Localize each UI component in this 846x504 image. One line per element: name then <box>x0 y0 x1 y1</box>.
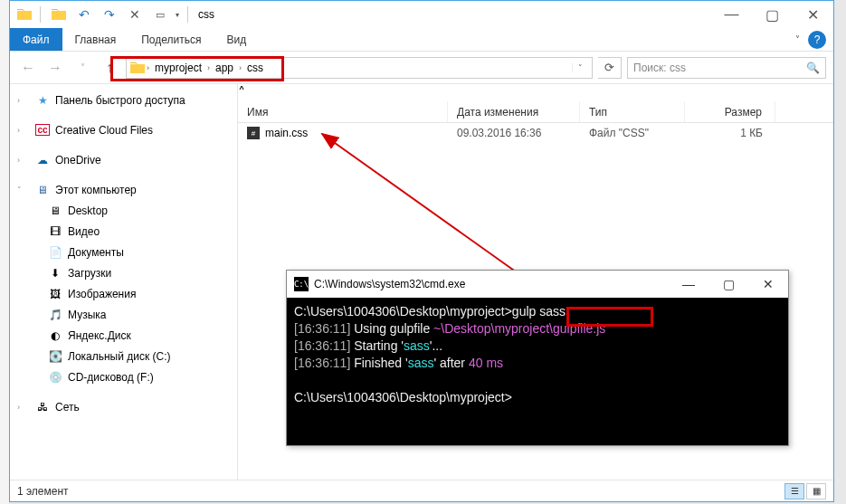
video-icon: 🎞 <box>48 224 62 239</box>
file-name: main.css <box>265 127 308 139</box>
breadcrumb[interactable]: app <box>212 62 237 74</box>
sidebar-item-network[interactable]: ›🖧Сеть <box>10 396 237 417</box>
cmd-titlebar: C:\ C:\Windows\system32\cmd.exe — ▢ ✕ <box>287 271 788 298</box>
sidebar-item-desktop[interactable]: 🖥Desktop <box>10 200 237 221</box>
tab-share[interactable]: Поделиться <box>128 28 214 51</box>
chevron-icon[interactable]: › <box>145 63 151 72</box>
css-file-icon: # <box>247 127 260 139</box>
desktop-icon: 🖥 <box>48 204 62 218</box>
cd-icon: 💿 <box>48 370 62 385</box>
status-bar: 1 элемент ☰ ▦ <box>10 480 833 501</box>
column-date[interactable]: Дата изменения <box>448 101 580 122</box>
music-icon: 🎵 <box>48 308 62 322</box>
tab-home[interactable]: Главная <box>62 28 129 51</box>
sort-indicator-icon: ˄ <box>238 85 245 100</box>
file-type: Файл "CSS" <box>580 127 685 139</box>
cmd-minimize-button[interactable]: — <box>669 271 708 298</box>
search-input[interactable]: Поиск: css 🔍 <box>627 57 826 79</box>
window-title: css <box>198 8 214 21</box>
app-icon <box>17 7 32 22</box>
sidebar-item-cd-drive-f[interactable]: 💿CD-дисковод (F:) <box>10 366 237 387</box>
qat-undo-icon[interactable]: ↶ <box>74 5 94 24</box>
address-row: ← → ˅ ↑ › myproject › app › css ˅ ⟳ Поис… <box>10 52 833 84</box>
drive-icon: 💽 <box>48 349 62 364</box>
sidebar-item-this-pc[interactable]: ˅🖥Этот компьютер <box>10 179 237 200</box>
pictures-icon: 🖼 <box>48 287 62 301</box>
nav-back-button[interactable]: ← <box>17 57 39 79</box>
sidebar-item-quick-access[interactable]: ›★Панель быстрого доступа <box>10 90 237 110</box>
qat-delete-icon[interactable]: ✕ <box>125 5 145 24</box>
nav-up-button[interactable]: ↑ <box>99 57 120 79</box>
qat-redo-icon[interactable]: ↷ <box>100 5 119 24</box>
column-type[interactable]: Тип <box>580 101 685 122</box>
onedrive-icon: ☁ <box>35 153 50 167</box>
view-details-button[interactable]: ☰ <box>784 483 804 499</box>
star-icon: ★ <box>35 93 50 108</box>
qat-properties-icon[interactable] <box>49 5 69 24</box>
sidebar-item-videos[interactable]: 🎞Видео <box>10 221 237 242</box>
file-size: 1 КБ <box>685 127 775 139</box>
maximize-button[interactable]: ▢ <box>752 1 793 28</box>
cmd-output[interactable]: C:\Users\1004306\Desktop\myproject>gulp … <box>287 298 788 445</box>
status-item-count: 1 элемент <box>17 485 69 498</box>
yandex-icon: ◐ <box>48 328 62 343</box>
sidebar-item-local-disk-c[interactable]: 💽Локальный диск (C:) <box>10 346 237 366</box>
column-headers: Имя Дата изменения Тип Размер <box>238 101 833 123</box>
navigation-pane[interactable]: ›★Панель быстрого доступа ›ccCreative Cl… <box>10 84 238 480</box>
search-placeholder: Поиск: css <box>633 62 686 74</box>
minimize-button[interactable]: — <box>711 1 752 28</box>
titlebar: ↶ ↷ ✕ ▭ ▾ css — ▢ ✕ <box>10 1 833 28</box>
cmd-window: C:\ C:\Windows\system32\cmd.exe — ▢ ✕ C:… <box>286 270 789 446</box>
nav-recent-button[interactable]: ˅ <box>71 57 93 79</box>
breadcrumb[interactable]: myproject <box>151 62 205 74</box>
sidebar-item-documents[interactable]: 📄Документы <box>10 242 237 262</box>
sidebar-item-creative-cloud[interactable]: ›ccCreative Cloud Files <box>10 119 237 140</box>
chevron-icon[interactable]: › <box>237 63 243 72</box>
breadcrumb[interactable]: css <box>243 62 267 74</box>
cmd-close-button[interactable]: ✕ <box>748 271 788 298</box>
tab-file[interactable]: Файл <box>10 28 62 51</box>
cmd-maximize-button[interactable]: ▢ <box>708 271 748 298</box>
chevron-icon[interactable]: › <box>205 63 212 72</box>
ribbon: Файл Главная Поделиться Вид ˅ ? <box>10 28 833 52</box>
pc-icon: 🖥 <box>35 183 50 197</box>
documents-icon: 📄 <box>48 245 62 260</box>
sidebar-item-music[interactable]: 🎵Музыка <box>10 304 237 325</box>
search-icon[interactable]: 🔍 <box>806 62 820 74</box>
tab-view[interactable]: Вид <box>214 28 259 51</box>
ribbon-expand-icon[interactable]: ˅ <box>786 28 808 51</box>
downloads-icon: ⬇ <box>48 266 62 281</box>
address-folder-icon <box>130 61 145 75</box>
view-icons-button[interactable]: ▦ <box>806 483 826 499</box>
column-name[interactable]: Имя <box>238 101 448 122</box>
file-row[interactable]: #main.css 09.03.2016 16:36 Файл "CSS" 1 … <box>238 123 833 143</box>
address-dropdown-icon[interactable]: ˅ <box>572 63 588 72</box>
network-icon: 🖧 <box>35 400 50 414</box>
sidebar-item-downloads[interactable]: ⬇Загрузки <box>10 262 237 283</box>
nav-forward-button[interactable]: → <box>44 57 66 79</box>
column-size[interactable]: Размер <box>685 101 775 122</box>
sidebar-item-onedrive[interactable]: ›☁OneDrive <box>10 149 237 170</box>
qat-rename-icon[interactable]: ▭ <box>150 5 170 24</box>
cc-icon: cc <box>35 123 50 138</box>
close-button[interactable]: ✕ <box>793 1 833 28</box>
cmd-title: C:\Windows\system32\cmd.exe <box>314 278 465 290</box>
cmd-icon: C:\ <box>294 277 309 291</box>
address-bar[interactable]: › myproject › app › css ˅ <box>126 57 593 79</box>
file-date: 09.03.2016 16:36 <box>448 127 580 139</box>
qat-dropdown-icon[interactable]: ▾ <box>176 11 179 19</box>
help-button[interactable]: ? <box>808 31 826 49</box>
sidebar-item-yandex-disk[interactable]: ◐Яндекс.Диск <box>10 325 237 346</box>
refresh-button[interactable]: ⟳ <box>598 57 622 79</box>
sidebar-item-pictures[interactable]: 🖼Изображения <box>10 283 237 304</box>
